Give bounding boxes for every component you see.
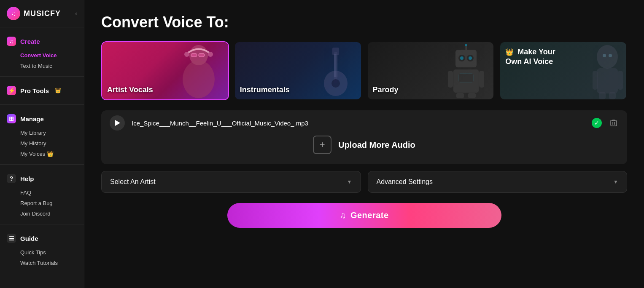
- upload-more-label: Upload More Audio: [338, 140, 415, 150]
- card-parody-label: Parody: [373, 85, 399, 94]
- audio-delete-button[interactable]: [609, 118, 619, 128]
- sidebar-item-faq[interactable]: FAQ: [0, 187, 84, 198]
- svg-point-5: [208, 52, 213, 57]
- logo-icon: ♫: [7, 7, 20, 20]
- sidebar-guide-label: Guide: [20, 235, 38, 242]
- ai-silhouette-icon: [576, 42, 626, 100]
- sidebar-create-label: Create: [20, 38, 40, 45]
- generate-button-label: Generate: [350, 211, 389, 220]
- logo-text: MUSICFY: [24, 9, 61, 18]
- sidebar-item-manage[interactable]: ⊞ Manage: [0, 110, 84, 128]
- svg-point-32: [603, 54, 606, 57]
- convert-cards-row: Artist Vocals Instrumentals: [101, 41, 627, 100]
- artist-silhouette-icon: [178, 43, 220, 98]
- svg-rect-21: [448, 71, 453, 88]
- manage-icon: ⊞: [7, 114, 16, 123]
- sidebar-item-my-voices[interactable]: My Voices 👑: [0, 149, 84, 159]
- card-artist-vocals[interactable]: Artist Vocals: [101, 41, 229, 100]
- svg-rect-23: [456, 93, 464, 98]
- svg-point-16: [460, 56, 463, 60]
- selects-row: Select An Artist ▼ Advanced Settings ▼: [101, 171, 627, 193]
- select-artist-chevron-icon: ▼: [347, 179, 352, 185]
- guide-icon: ☰: [7, 234, 16, 243]
- sidebar-collapse-button[interactable]: ‹: [75, 10, 77, 17]
- sidebar-item-quick-tips[interactable]: Quick Tips: [0, 247, 84, 258]
- sidebar-protools-label: Pro Tools: [20, 87, 49, 94]
- card-parody[interactable]: Parody: [367, 41, 495, 100]
- svg-point-17: [469, 56, 472, 60]
- audio-file-row: Ice_Spice___Munch__Feelin_U___Official_M…: [110, 115, 619, 131]
- generate-button-wrapper: ♫ Generate: [101, 203, 627, 228]
- svg-rect-22: [479, 71, 484, 88]
- card-instrumentals-label: Instrumentals: [240, 85, 290, 94]
- sidebar-help-label: Help: [20, 175, 34, 182]
- sidebar-section-help: ? Help FAQ Report a Bug Join Discord: [0, 168, 84, 221]
- divider-4: [0, 224, 84, 224]
- robot-silhouette-icon: [447, 43, 485, 98]
- help-icon: ?: [7, 174, 16, 183]
- svg-rect-24: [468, 93, 476, 98]
- select-artist-label: Select An Artist: [110, 178, 156, 186]
- svg-rect-27: [597, 68, 618, 93]
- svg-point-19: [465, 44, 467, 46]
- play-button[interactable]: [110, 115, 125, 131]
- upload-plus-icon: +: [320, 139, 325, 150]
- svg-rect-29: [618, 71, 623, 90]
- card-ai-voice-label: 👑 Make Your Own AI Voice: [505, 47, 564, 67]
- sidebar-item-report-bug[interactable]: Report a Bug: [0, 198, 84, 208]
- sidebar-section-protools: ⚡ Pro Tools 👑: [0, 80, 84, 101]
- guitar-silhouette-icon: [319, 43, 353, 98]
- protools-crown-icon: 👑: [55, 88, 61, 93]
- svg-rect-25: [459, 74, 473, 82]
- svg-point-1: [183, 60, 215, 98]
- svg-point-26: [597, 45, 618, 69]
- sidebar-item-my-library[interactable]: My Library: [0, 128, 84, 138]
- sidebar-item-join-discord[interactable]: Join Discord: [0, 208, 84, 219]
- svg-rect-2: [191, 53, 197, 57]
- upload-more-row[interactable]: + Upload More Audio: [110, 131, 619, 159]
- generate-button[interactable]: ♫ Generate: [227, 203, 501, 228]
- card-instrumentals[interactable]: Instrumentals: [234, 41, 362, 100]
- sidebar-item-protools[interactable]: ⚡ Pro Tools 👑: [0, 82, 84, 99]
- generate-music-note-icon: ♫: [340, 211, 346, 220]
- main-content: Convert Voice To: Artist Vocals: [84, 0, 644, 288]
- audio-section: Ice_Spice___Munch__Feelin_U___Official_M…: [101, 110, 627, 164]
- sidebar-section-create: ♫ Create Convert Voice Text to Music: [0, 31, 84, 73]
- svg-point-33: [609, 54, 612, 57]
- sidebar-section-manage: ⊞ Manage My Library My History My Voices…: [0, 108, 84, 161]
- audio-check-icon: ✓: [592, 118, 602, 128]
- svg-rect-28: [593, 71, 598, 90]
- sidebar-item-guide[interactable]: ☰ Guide: [0, 229, 84, 247]
- sidebar-item-convert-voice[interactable]: Convert Voice: [0, 50, 84, 61]
- card-ai-voice[interactable]: 👑 Make Your Own AI Voice: [499, 41, 627, 100]
- divider-1: [0, 76, 84, 77]
- svg-rect-31: [609, 92, 616, 99]
- svg-point-9: [331, 79, 340, 88]
- audio-filename: Ice_Spice___Munch__Feelin_U___Official_M…: [132, 120, 585, 127]
- sidebar-item-help[interactable]: ? Help: [0, 170, 84, 187]
- advanced-settings-label: Advanced Settings: [377, 178, 433, 186]
- divider-2: [0, 104, 84, 105]
- upload-plus-button[interactable]: +: [313, 136, 331, 154]
- page-title: Convert Voice To:: [101, 13, 627, 31]
- protools-icon: ⚡: [7, 86, 16, 95]
- divider-3: [0, 164, 84, 165]
- ai-crown-icon: 👑: [505, 48, 514, 56]
- card-artist-vocals-label: Artist Vocals: [107, 85, 153, 94]
- sidebar-item-watch-tutorials[interactable]: Watch Tutorials: [0, 258, 84, 268]
- svg-rect-30: [599, 92, 606, 99]
- advanced-settings-dropdown[interactable]: Advanced Settings ▼: [368, 171, 628, 193]
- sidebar-section-guide: ☰ Guide Quick Tips Watch Tutorials: [0, 228, 84, 270]
- sidebar-item-my-history[interactable]: My History: [0, 138, 84, 149]
- play-triangle-icon: [115, 120, 120, 126]
- svg-point-4: [184, 52, 189, 57]
- sidebar: ♫ MUSICFY ‹ ♫ Create Convert Voice Text …: [0, 0, 84, 288]
- advanced-settings-chevron-icon: ▼: [613, 179, 618, 185]
- svg-rect-34: [611, 121, 617, 126]
- sidebar-manage-label: Manage: [20, 115, 44, 123]
- create-icon: ♫: [7, 37, 16, 46]
- sidebar-item-text-to-music[interactable]: Text to Music: [0, 61, 84, 71]
- sidebar-item-create[interactable]: ♫ Create: [0, 32, 84, 50]
- logo-area: ♫ MUSICFY ‹: [0, 7, 84, 27]
- select-artist-dropdown[interactable]: Select An Artist ▼: [101, 171, 361, 193]
